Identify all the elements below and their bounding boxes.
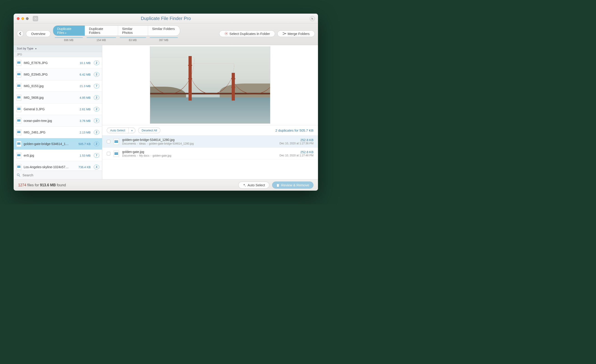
main-panel: Auto Select ▼ Deselect All 2 duplicates … (102, 45, 318, 179)
select-duplicates-in-folder-button[interactable]: Select Duplicates in Folder (219, 30, 275, 37)
file-size: 736.4 KB (79, 165, 91, 169)
chevron-down-icon: ▾ (65, 32, 66, 34)
deselect-all-label: Deselect All (142, 129, 157, 132)
duplicate-size: 252.8 KB (280, 150, 313, 154)
tab-size-indicator: 154 MB (85, 37, 118, 42)
auto-select-segment: Auto Select ▼ (107, 128, 135, 133)
duplicate-info: golden-gate-bridge-534614_1280.jpgDocume… (122, 138, 276, 145)
duplicate-count-badge: 2 (94, 142, 99, 146)
sort-dropdown[interactable]: Sort by Type ▼ (14, 45, 102, 52)
file-thumbnail-icon (16, 153, 21, 158)
file-thumbnail-icon (114, 150, 119, 157)
list-item[interactable]: ocean-palm-tree.jpg3.76 MB3 (14, 115, 102, 127)
footer-auto-select-label: Auto Select (248, 183, 265, 187)
zoom-window-button[interactable] (26, 17, 29, 20)
list-item[interactable]: IMG_E7876.JPG10.1 MB2 (14, 57, 102, 69)
duplicate-count-badge: 2 (94, 61, 99, 65)
duplicate-row[interactable]: golden-gate-bridge-534614_1280.jpgDocume… (102, 136, 318, 148)
app-menu-icon[interactable] (33, 16, 38, 21)
duplicate-meta: 252.8 KBDec 10, 2020 at 1:27:36 PM (280, 138, 313, 145)
file-size: 1.53 MB (80, 154, 91, 157)
file-size: 505.7 KB (79, 142, 91, 146)
file-thumbnail-icon (16, 164, 21, 170)
sort-label: Sort by Type (17, 47, 33, 50)
list-item[interactable]: IMG_5608.jpg4.95 MB2 (14, 92, 102, 103)
sparkle-icon (243, 184, 246, 187)
duplicate-info: golden-gate.jpgDocuments›My docs›golden-… (122, 150, 276, 157)
sidebar: Sort by Type ▼ JPG IMG_E7876.JPG10.1 MB2… (14, 45, 102, 179)
duplicates-summary: 2 duplicates for 505.7 KB (275, 128, 313, 132)
merge-folders-button[interactable]: Merge Folders (277, 30, 315, 37)
file-name: golden-gate-bridge-534614_1… (24, 142, 76, 146)
tab-duplicate-folders[interactable]: Duplicate Folders (85, 26, 118, 36)
duplicate-count-badge: 2 (94, 130, 99, 135)
rss-icon[interactable] (310, 16, 315, 21)
trash-icon (276, 184, 279, 187)
duplicate-row[interactable]: golden-gate.jpgDocuments›My docs›golden-… (102, 148, 318, 160)
breadcrumb-chevron-icon: › (150, 154, 151, 157)
overview-button[interactable]: Overview (26, 30, 51, 37)
tab-size-indicator: 63 MB (118, 37, 148, 42)
chevron-down-icon: ▼ (131, 130, 133, 132)
footer-auto-select-button[interactable]: Auto Select (238, 182, 269, 189)
auto-select-label: Auto Select (110, 129, 125, 132)
preview-area (102, 45, 318, 125)
window-controls (17, 17, 29, 20)
auto-select-dropdown[interactable]: ▼ (129, 128, 135, 133)
file-size: 3.76 MB (80, 119, 91, 123)
list-item[interactable]: golden-gate-bridge-534614_1…505.7 KB2 (14, 138, 102, 150)
footer-count: 1274 (18, 183, 26, 187)
breadcrumb-chevron-icon: › (147, 142, 148, 145)
file-size: 4.95 MB (80, 96, 91, 99)
list-item[interactable]: IMG_E2945.JPG6.42 MB2 (14, 69, 102, 80)
duplicate-filename: golden-gate.jpg (122, 150, 276, 154)
file-thumbnail-icon (16, 106, 21, 112)
toolbar: Overview Duplicate Files▾Duplicate Folde… (14, 24, 318, 45)
select-duplicates-label: Select Duplicates in Folder (229, 32, 270, 36)
select-checkbox[interactable] (107, 152, 110, 155)
file-thumbnail-icon (16, 141, 21, 147)
list-item[interactable]: General 3.JPG2.61 MB2 (14, 103, 102, 115)
file-name: General 3.JPG (24, 107, 77, 111)
svg-point-3 (226, 33, 227, 34)
review-remove-button[interactable]: Review & Remove (272, 182, 313, 189)
chevron-down-icon: ▼ (35, 48, 37, 50)
file-name: IMG_5608.jpg (24, 96, 77, 99)
merge-icon (283, 32, 286, 35)
file-name: Los-Angeles-skyline-1024x57… (24, 165, 76, 169)
tab-duplicate-files[interactable]: Duplicate Files▾ (53, 26, 85, 36)
footer: 1274 files for 913.6 MB found Auto Selec… (14, 179, 318, 191)
list-item[interactable]: Los-Angeles-skyline-1024x57…736.4 KB4 (14, 161, 102, 171)
file-thumbnail-icon (16, 83, 21, 89)
target-icon (224, 32, 228, 35)
close-window-button[interactable] (17, 17, 20, 20)
tab-similar-folders[interactable]: Similar Folders (148, 26, 180, 36)
duplicates-list: golden-gate-bridge-534614_1280.jpgDocume… (102, 136, 318, 179)
review-remove-label: Review & Remove (281, 183, 309, 187)
footer-size: 913.6 MB (40, 183, 56, 187)
breadcrumb-chevron-icon: › (137, 142, 138, 145)
minimize-window-button[interactable] (21, 17, 24, 20)
duplicate-path: Documents›ideas›golden-gate-bridge-53461… (122, 142, 276, 145)
auto-select-button[interactable]: Auto Select (107, 128, 129, 133)
duplicate-count-badge: 2 (94, 72, 99, 77)
svg-point-4 (17, 174, 19, 176)
search-input[interactable] (22, 173, 99, 177)
duplicate-date: Dec 10, 2020 at 1:27:48 PM (280, 154, 313, 157)
list-item[interactable]: IMG_2461.JPG2.13 MB2 (14, 127, 102, 138)
deselect-all-button[interactable]: Deselect All (138, 128, 160, 133)
duplicate-date: Dec 10, 2020 at 1:27:36 PM (280, 142, 313, 145)
duplicate-count-badge: 3 (94, 118, 99, 123)
duplicate-count-badge: 2 (94, 95, 99, 100)
file-thumbnail-icon (16, 72, 21, 77)
list-item[interactable]: IMG_6153.jpg21.3 MB7 (14, 80, 102, 92)
tab-label: Duplicate Folders (89, 27, 103, 35)
tab-label: Similar Photos (122, 27, 133, 35)
list-item[interactable]: en5.jpg1.53 MB7 (14, 150, 102, 161)
select-checkbox[interactable] (107, 140, 110, 143)
file-size: 21.3 MB (80, 84, 91, 88)
file-name: IMG_E7876.JPG (24, 61, 77, 65)
back-button[interactable] (17, 30, 24, 37)
tab-similar-photos[interactable]: Similar Photos (118, 26, 148, 36)
file-size: 2.61 MB (80, 108, 91, 111)
